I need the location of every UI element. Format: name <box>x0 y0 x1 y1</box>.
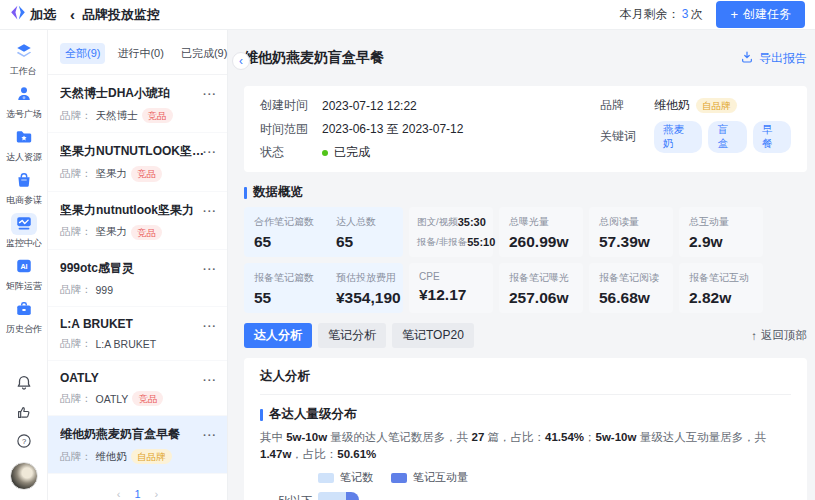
task-list-panel: 全部(9) 进行中(0) 已完成(9) 天然博士DHA小琥珀 品牌：天然博士竞品… <box>48 30 228 500</box>
status-dot <box>322 150 328 156</box>
tier-summary: 其中 5w-10w 量级的达人笔记数居多，共 27 篇，占比：41.54%；5w… <box>260 429 791 462</box>
status-value: 已完成 <box>322 144 370 161</box>
overview-section-title: 数据概览 <box>244 184 807 201</box>
monthly-quota: 本月剩余：3次 <box>620 6 703 23</box>
more-dots-icon[interactable]: ··· <box>203 374 217 386</box>
avatar[interactable] <box>10 462 38 490</box>
sidebar-item-history-cooperation[interactable]: 历史合作 <box>0 296 48 339</box>
export-report-button[interactable]: 导出报告 <box>740 50 807 67</box>
svg-text:AI: AI <box>20 262 27 271</box>
task-item[interactable]: OATLY 品牌：OATLY竞品 ··· <box>48 361 227 416</box>
own-brand-tag: 自品牌 <box>696 98 737 113</box>
task-item-selected[interactable]: 维他奶燕麦奶盲盒早餐 品牌：维他奶自品牌 ··· <box>48 416 227 474</box>
ai-icon: AI <box>15 257 33 278</box>
task-title: 坚果力nutnutlook坚果力 <box>60 202 204 219</box>
time-range-value: 2023-06-13 至 2023-07-12 <box>322 121 463 138</box>
help-icon[interactable]: ? <box>14 431 34 451</box>
task-item[interactable]: 坚果力nutnutlook坚果力 品牌：坚果力竞品 ··· <box>48 192 227 250</box>
more-dots-icon[interactable]: ··· <box>203 263 217 275</box>
sidebar-item-monitoring-center[interactable]: 监控中心 <box>0 210 48 253</box>
task-item[interactable]: L:A BRUKET 品牌：L:A BRUKET ··· <box>48 307 227 361</box>
metric-card: 报备笔记互动2.82w <box>679 263 763 313</box>
task-title: 天然博士DHA小琥珀 <box>60 85 204 102</box>
metric-card-ratio: 图文/视频35:30 报备/非报备55:10 <box>409 207 493 257</box>
created-time-label: 创建时间 <box>260 97 322 114</box>
back-to-top-button[interactable]: ↑返回顶部 <box>751 328 807 343</box>
tab-in-progress[interactable]: 进行中(0) <box>112 43 168 64</box>
tab-note-top20[interactable]: 笔记TOP20 <box>392 323 474 348</box>
quota-value: 3 <box>682 7 689 21</box>
task-brand-line: 品牌：L:A BRUKET <box>60 337 215 351</box>
bag-icon <box>15 171 33 192</box>
svg-text:?: ? <box>21 437 25 446</box>
more-dots-icon[interactable]: ··· <box>203 146 217 158</box>
keyword-pill: 早餐 <box>753 121 791 153</box>
bar-interactions <box>346 492 359 500</box>
sidebar-item-ecommerce-advisor[interactable]: 电商参谋 <box>0 167 48 210</box>
download-icon <box>740 50 754 67</box>
task-brand-line: 品牌：坚果力竞品 <box>60 166 215 181</box>
more-dots-icon[interactable]: ··· <box>203 320 217 332</box>
page-title: 品牌投放监控 <box>82 6 160 24</box>
task-title: 维他奶燕麦奶盲盒早餐 <box>60 426 204 443</box>
task-brand-line: 品牌：维他奶自品牌 <box>60 449 215 464</box>
metric-card: 总阅读量57.39w <box>589 207 673 257</box>
metric-card-pair: 合作笔记篇数65 达人总数65 <box>244 207 403 257</box>
sidebar-item-workbench[interactable]: 工作台 <box>0 38 48 81</box>
task-detail-title: 维他奶燕麦奶盲盒早餐 <box>244 49 384 67</box>
task-brand-line: 品牌：天然博士竞品 <box>60 108 215 123</box>
task-brand-line: 品牌：999 <box>60 283 215 297</box>
sidebar-item-selection-plaza[interactable]: 选号广场 <box>0 81 48 124</box>
competitor-tag: 竞品 <box>142 108 173 123</box>
user-icon <box>15 85 33 106</box>
tier-chart: 5k以下5k-1w1w-5w <box>260 489 791 500</box>
keyword-pill: 燕麦奶 <box>654 121 702 153</box>
task-item[interactable]: 天然博士DHA小琥珀 品牌：天然博士竞品 ··· <box>48 75 227 133</box>
brand-value: 维他奶自品牌 <box>654 97 737 114</box>
metric-row-1: 合作笔记篇数65 达人总数65 图文/视频35:30 报备/非报备55:10 总… <box>244 207 807 257</box>
sidebar-item-matrix-operations[interactable]: AI 矩阵运营 <box>0 253 48 296</box>
create-task-button[interactable]: + 创建任务 <box>716 1 805 28</box>
task-item[interactable]: 坚果力NUTNUTLOOK坚果力... 品牌：坚果力竞品 ··· <box>48 133 227 191</box>
legend-swatch <box>318 473 334 483</box>
main-content: ‹ 维他奶燕麦奶盲盒早餐 导出报告 创建时间2023-07-12 12:22 时… <box>228 30 815 500</box>
metric-card: CPE¥12.17 <box>409 263 493 313</box>
status-label: 状态 <box>260 144 322 161</box>
prev-page-icon[interactable]: ‹ <box>117 488 121 500</box>
more-dots-icon[interactable]: ··· <box>203 205 217 217</box>
task-item[interactable]: 999otc感冒灵 品牌：999 ··· <box>48 250 227 307</box>
legend-item[interactable]: 笔记互动量 <box>391 470 468 485</box>
back-chevron-icon[interactable]: ‹ <box>70 7 75 22</box>
created-time-value: 2023-07-12 12:22 <box>322 99 417 113</box>
tab-completed[interactable]: 已完成(9) <box>176 43 232 64</box>
folder-star-icon <box>15 128 33 149</box>
app-logo-icon <box>10 5 26 24</box>
workbench-icon <box>15 42 33 63</box>
metric-card: 总曝光量260.99w <box>499 207 583 257</box>
metric-card: 报备笔记曝光257.06w <box>499 263 583 313</box>
more-dots-icon[interactable]: ··· <box>203 429 217 441</box>
task-brand-line: 品牌：坚果力竞品 <box>60 225 215 240</box>
briefcase-icon <box>15 300 33 321</box>
task-title: OATLY <box>60 371 204 385</box>
competitor-tag: 竞品 <box>131 225 162 240</box>
tab-note-analysis[interactable]: 笔记分析 <box>318 323 386 348</box>
metric-card: 报备笔记阅读56.68w <box>589 263 673 313</box>
pagination: ‹ 1 › <box>48 474 227 500</box>
sidebar-item-influencer-resources[interactable]: 达人资源 <box>0 124 48 167</box>
next-page-icon[interactable]: › <box>155 488 159 500</box>
bell-icon[interactable] <box>14 373 34 393</box>
page-number[interactable]: 1 <box>134 488 140 500</box>
more-dots-icon[interactable]: ··· <box>203 88 217 100</box>
legend-item[interactable]: 笔记数 <box>318 470 373 485</box>
tab-all[interactable]: 全部(9) <box>60 43 105 64</box>
competitor-tag: 竞品 <box>131 166 162 181</box>
feedback-icon[interactable] <box>14 402 34 422</box>
tab-influencer-analysis[interactable]: 达人分析 <box>244 323 312 348</box>
time-range-label: 时间范围 <box>260 121 322 138</box>
app-logo-text: 加选 <box>30 6 56 24</box>
collapse-panel-icon[interactable]: ‹ <box>232 52 250 70</box>
arrow-up-icon: ↑ <box>751 330 757 342</box>
bar-notes <box>318 492 346 500</box>
task-title: 999otc感冒灵 <box>60 260 204 277</box>
